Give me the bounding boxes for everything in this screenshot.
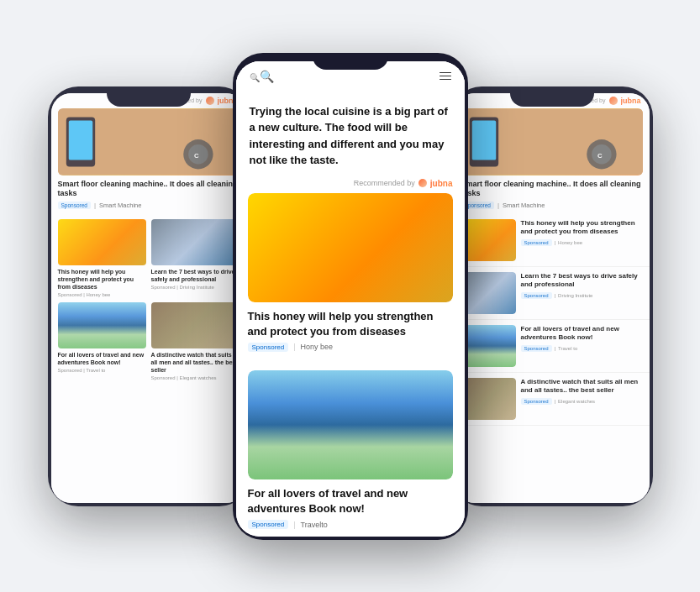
left-ad-honey-title: This honey will help you strengthen and … [58, 268, 146, 291]
right-list-honey[interactable]: This honey will help you strengthen and … [455, 214, 650, 267]
left-ad-travel-meta: Sponsored | Travel to [58, 368, 146, 373]
right-list-watch[interactable]: A distinctive watch that suits all men a… [455, 373, 650, 426]
right-hero-category: Smart Machine [503, 202, 545, 209]
left-ad-honey[interactable]: This honey will help you strengthen and … [58, 219, 146, 297]
left-ad-watch-title: A distinctive watch that suits all men a… [151, 351, 239, 374]
right-honey-category: Honey bee [558, 240, 582, 245]
right-jubna-text: jubna [621, 97, 641, 105]
right-jubna-icon [609, 97, 618, 105]
center-honey-meta: Sponsored | Hony bee [248, 343, 453, 352]
right-watch-sponsored: Sponsored [521, 398, 552, 405]
left-ad-travel-title: For all lovers of travel and new adventu… [58, 351, 146, 366]
right-travel-category: Travel to [558, 346, 577, 351]
left-ad-driving-title: Learn the 7 best ways to drive safely an… [151, 268, 239, 283]
center-phone: 🔍 Trying the local cuisine is a big part… [233, 53, 468, 540]
right-phone: Recommended by jubna [451, 86, 653, 506]
left-jubna-icon [206, 97, 214, 105]
left-hero-sponsored: Sponsored [58, 202, 91, 209]
left-hero-category: Smart Machine [99, 202, 141, 209]
right-phone-screen: Recommended by jubna [455, 93, 650, 503]
left-ad-driving-meta: Sponsored | Driving Institute [151, 285, 239, 290]
left-ad-travel[interactable]: For all lovers of travel and new adventu… [58, 302, 146, 380]
right-travel-title: For all lovers of travel and new adventu… [521, 325, 643, 343]
right-watch-title: A distinctive watch that suits all men a… [521, 378, 643, 396]
right-driving-sponsored: Sponsored [521, 292, 552, 299]
center-ad-honey[interactable]: This honey will help you strengthen and … [236, 193, 465, 370]
center-hamburger-icon[interactable] [439, 72, 451, 81]
right-driving-title: Learn the 7 best ways to drive safely an… [521, 272, 643, 290]
left-ad-watch-meta: Sponsored | Elegant watches [151, 375, 239, 380]
right-list-travel[interactable]: For all lovers of travel and new adventu… [455, 320, 650, 373]
left-phone: Recommended by jubna [48, 86, 250, 506]
center-rec-text: Recommended by [354, 179, 415, 187]
center-travel-sponsored: Sponsored [248, 520, 289, 529]
left-hero: C Smart floor cleaning machine.. It does… [51, 108, 246, 214]
center-ad-travel[interactable]: For all lovers of travel and new adventu… [236, 370, 465, 537]
center-recommended-bar: Recommended by jubna [236, 176, 465, 193]
right-watch-category: Elegant watches [558, 399, 595, 404]
right-hero: C Smart floor cleaning machine.. It does… [455, 108, 650, 214]
left-ad-honey-meta: Sponsored | Honey bee [58, 292, 146, 297]
center-honey-title: This honey will help you strengthen and … [248, 309, 453, 339]
center-honey-category: Hony bee [301, 343, 334, 351]
right-list-driving[interactable]: Learn the 7 best ways to drive safely an… [455, 267, 650, 320]
right-hero-title: Smart floor cleaning machine.. It does a… [461, 180, 643, 199]
svg-text:C: C [597, 151, 603, 159]
center-jubna-icon [418, 179, 427, 187]
left-hero-meta: Sponsored | Smart Machine [58, 202, 239, 209]
center-phone-screen: 🔍 Trying the local cuisine is a big part… [236, 61, 465, 537]
left-ad-driving[interactable]: Learn the 7 best ways to drive safely an… [151, 219, 239, 297]
left-hero-image: C [58, 108, 239, 176]
left-ad-watch[interactable]: A distinctive watch that suits all men a… [151, 302, 239, 380]
center-travel-category: Travelto [301, 521, 328, 529]
svg-rect-8 [471, 120, 495, 160]
center-jubna-text: jubna [430, 179, 453, 188]
center-travel-title: For all lovers of travel and new adventu… [248, 486, 453, 516]
center-phone-notch [313, 53, 388, 70]
left-phone-screen: Recommended by jubna [51, 93, 246, 503]
center-honey-sponsored: Sponsored [248, 343, 289, 352]
left-phone-notch [107, 86, 191, 107]
center-search-icon[interactable]: 🔍 [250, 70, 274, 83]
scene: Recommended by jubna [23, 19, 678, 574]
right-driving-category: Driving Institute [558, 293, 592, 298]
right-travel-sponsored: Sponsored [521, 345, 552, 352]
svg-rect-2 [68, 120, 92, 160]
right-phone-notch [510, 86, 594, 107]
right-honey-sponsored: Sponsored [521, 239, 552, 246]
svg-text:C: C [193, 151, 198, 159]
right-honey-title: This honey will help you strengthen and … [521, 219, 643, 237]
right-ad-list: This honey will help you strengthen and … [455, 214, 650, 426]
center-travel-meta: Sponsored | Travelto [248, 520, 453, 529]
left-hero-title: Smart floor cleaning machine.. It does a… [58, 180, 239, 199]
left-ad-grid: This honey will help you strengthen and … [51, 214, 246, 386]
center-article-text: Trying the local cuisine is a big part o… [236, 92, 465, 176]
right-hero-meta: Sponsored | Smart Machine [461, 202, 643, 209]
